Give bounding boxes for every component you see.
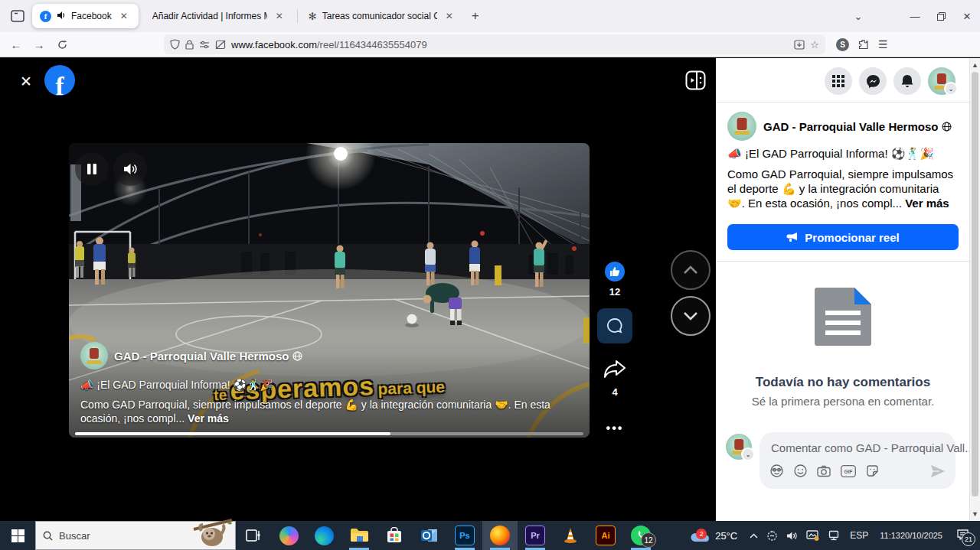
tab-facebook[interactable]: f Facebook ✕ bbox=[32, 4, 139, 28]
scrollbar-thumb[interactable] bbox=[972, 72, 978, 496]
video-progress-bar[interactable] bbox=[75, 432, 583, 435]
post-line1: 📣 ¡El GAD Parroquial Informa! ⚽🕺🎉 bbox=[727, 147, 956, 161]
edge-icon[interactable] bbox=[306, 521, 341, 550]
previous-reel-button[interactable] bbox=[671, 250, 710, 290]
reload-icon[interactable] bbox=[51, 34, 74, 54]
ver-mas-link[interactable]: Ver más bbox=[905, 197, 949, 210]
lock-icon[interactable] bbox=[185, 40, 194, 50]
page-content: ✕ f bbox=[0, 58, 980, 521]
theater-mode-icon[interactable] bbox=[685, 70, 706, 93]
facebook-favicon: f bbox=[40, 11, 51, 22]
permissions-icon[interactable] bbox=[199, 41, 210, 49]
url-bar[interactable]: www.facebook.com/reel/1164344635554079 ☆ bbox=[164, 34, 825, 54]
language-indicator[interactable]: ESP bbox=[848, 530, 871, 541]
tab-audio-icon[interactable] bbox=[57, 11, 66, 22]
divider bbox=[716, 102, 970, 103]
bookmark-star-icon[interactable]: ☆ bbox=[810, 39, 819, 50]
profile-avatar[interactable]: ⌄ bbox=[928, 67, 956, 95]
firefox-view-icon[interactable] bbox=[6, 6, 29, 26]
vlc-icon[interactable] bbox=[553, 521, 588, 550]
scroll-down-icon[interactable]: ▼ bbox=[970, 509, 980, 519]
page-avatar[interactable] bbox=[727, 112, 756, 141]
gif-icon[interactable]: GIF bbox=[841, 465, 856, 480]
clock[interactable]: 11:13 20/10/2025 bbox=[877, 531, 945, 541]
send-comment-icon[interactable] bbox=[930, 464, 946, 480]
search-placeholder: Buscar bbox=[59, 530, 90, 542]
file-explorer-icon[interactable] bbox=[341, 521, 377, 550]
forward-icon[interactable]: → bbox=[28, 34, 51, 54]
page-scrollbar[interactable]: ▲ ▼ bbox=[969, 58, 980, 521]
camera-icon[interactable] bbox=[817, 465, 831, 480]
tab-close-icon[interactable]: ✕ bbox=[117, 9, 131, 23]
weather-temp: 25°C bbox=[715, 530, 737, 542]
extensions-puzzle-icon[interactable] bbox=[858, 39, 869, 50]
start-menu-icon[interactable] bbox=[0, 521, 35, 550]
microsoft-store-icon[interactable] bbox=[377, 521, 412, 550]
pause-icon[interactable] bbox=[75, 152, 109, 186]
page-name[interactable]: GAD - Parroquial Valle Hermoso bbox=[114, 350, 302, 363]
autoplay-blocked-icon[interactable] bbox=[215, 40, 226, 50]
window-close-button[interactable]: ✕ bbox=[954, 5, 980, 28]
firefox-icon[interactable] bbox=[482, 521, 518, 550]
tab-close-icon[interactable]: ✕ bbox=[273, 9, 286, 23]
save-to-pocket-icon[interactable] bbox=[794, 40, 805, 50]
network-icon[interactable] bbox=[827, 530, 841, 541]
scroll-up-icon[interactable]: ▲ bbox=[970, 60, 980, 70]
window-restore-button[interactable] bbox=[928, 5, 954, 28]
new-tab-button[interactable]: + bbox=[464, 7, 487, 25]
notification-center-icon[interactable]: 21 bbox=[952, 528, 975, 543]
task-view-icon[interactable] bbox=[236, 521, 271, 550]
hidden-icons-chevron[interactable] bbox=[749, 533, 759, 539]
list-tabs-icon[interactable]: ⌄ bbox=[845, 5, 871, 28]
notifications-bell-icon[interactable] bbox=[893, 67, 921, 95]
back-icon[interactable]: ← bbox=[5, 34, 28, 54]
page-avatar[interactable] bbox=[80, 342, 108, 369]
screen-record-icon[interactable] bbox=[766, 530, 779, 541]
tab-tareas[interactable]: ✻ Tareas comunicador social GAD ✕ bbox=[301, 4, 464, 28]
close-icon[interactable]: ✕ bbox=[16, 71, 36, 91]
comment-input[interactable]: Comentar como GAD - Parroquial Vall... G… bbox=[760, 432, 956, 489]
like-icon[interactable] bbox=[605, 262, 625, 282]
taskbar-search-input[interactable]: Buscar bbox=[35, 521, 236, 550]
tab-close-icon[interactable]: ✕ bbox=[443, 9, 456, 23]
messenger-icon[interactable] bbox=[859, 67, 887, 95]
graphics-settings-icon[interactable] bbox=[805, 530, 820, 541]
outlook-icon[interactable] bbox=[412, 521, 447, 550]
window-minimize-button[interactable]: — bbox=[902, 5, 928, 28]
more-options-icon[interactable]: ••• bbox=[602, 421, 629, 436]
illustrator-icon[interactable]: Ai bbox=[588, 521, 623, 550]
composer-avatar[interactable]: ⌄ bbox=[726, 434, 752, 460]
share-icon[interactable] bbox=[599, 359, 631, 382]
weather-widget[interactable]: 2 25°C bbox=[685, 528, 742, 543]
premiere-icon[interactable]: Pr bbox=[518, 521, 553, 550]
screen: f Facebook ✕ Añadir Actividad | Informes… bbox=[0, 0, 980, 550]
ver-mas-link[interactable]: Ver más bbox=[188, 412, 229, 425]
whatsapp-badge: 12 bbox=[641, 532, 656, 548]
copilot-icon[interactable] bbox=[271, 521, 306, 550]
sloth-illustration bbox=[192, 519, 234, 550]
comment-button[interactable] bbox=[597, 308, 632, 343]
tab-informes[interactable]: Añadir Actividad | Informes Mensua ✕ bbox=[145, 4, 294, 28]
video-progress-fill bbox=[75, 432, 390, 435]
photoshop-icon[interactable]: Ps bbox=[447, 521, 482, 550]
reel-video[interactable]: te esperamos para que GAD - Parroquial V… bbox=[69, 143, 590, 438]
page-name-link[interactable]: GAD - Parroquial Valle Hermoso bbox=[763, 120, 952, 133]
menu-hamburger-icon[interactable]: ☰ bbox=[878, 38, 888, 50]
tray-time: 11:13 bbox=[880, 531, 900, 541]
url-path: /reel/1164344635554079 bbox=[317, 39, 427, 50]
whatsapp-icon[interactable]: 12 bbox=[623, 521, 658, 550]
sticker-icon[interactable] bbox=[866, 464, 879, 480]
promote-reel-button[interactable]: Promocionar reel bbox=[727, 224, 959, 250]
emoji-icon[interactable] bbox=[794, 464, 807, 480]
next-reel-button[interactable] bbox=[671, 296, 710, 336]
apps-menu-icon[interactable] bbox=[825, 67, 852, 95]
url-text[interactable]: www.facebook.com/reel/1164344635554079 bbox=[231, 39, 789, 50]
extension-s-icon[interactable]: S bbox=[836, 38, 849, 51]
shield-icon[interactable] bbox=[170, 39, 180, 50]
volume-icon[interactable] bbox=[113, 152, 147, 186]
tray-date: 20/10/2025 bbox=[900, 531, 942, 541]
facebook-logo[interactable]: f bbox=[44, 65, 75, 96]
volume-icon[interactable] bbox=[786, 531, 799, 541]
comments-empty-title: Todavía no hay comentarios bbox=[716, 375, 970, 390]
avatar-sticker-icon[interactable] bbox=[769, 464, 784, 480]
